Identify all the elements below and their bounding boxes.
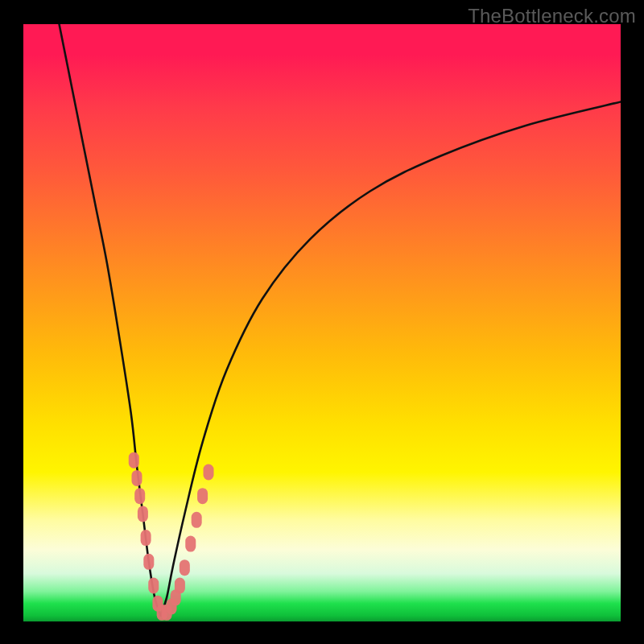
marker-point xyxy=(143,554,154,570)
svg-rect-1 xyxy=(131,470,142,486)
marker-point xyxy=(197,488,208,504)
marker-point xyxy=(185,536,196,552)
marker-point xyxy=(192,512,202,528)
marker-point xyxy=(180,559,190,576)
svg-rect-17 xyxy=(204,464,214,481)
marker-point xyxy=(138,506,148,522)
svg-rect-12 xyxy=(175,577,185,593)
chart-svg xyxy=(23,24,621,621)
curves-layer xyxy=(60,24,621,616)
svg-rect-3 xyxy=(138,506,148,522)
svg-rect-14 xyxy=(185,536,196,552)
svg-rect-16 xyxy=(197,488,208,504)
marker-point xyxy=(204,464,214,481)
svg-rect-6 xyxy=(148,577,159,593)
marker-point xyxy=(129,452,139,469)
svg-rect-0 xyxy=(129,452,139,469)
curve-left-branch xyxy=(60,24,161,616)
chart-frame xyxy=(23,24,621,621)
svg-rect-15 xyxy=(192,512,202,528)
marker-point xyxy=(141,530,151,546)
svg-rect-2 xyxy=(134,488,145,504)
markers-layer xyxy=(129,452,214,621)
svg-rect-5 xyxy=(143,554,154,570)
marker-point xyxy=(148,577,159,593)
svg-rect-4 xyxy=(141,530,151,546)
svg-rect-13 xyxy=(180,559,190,576)
marker-point xyxy=(134,488,145,504)
marker-point xyxy=(131,470,142,486)
marker-point xyxy=(175,577,185,593)
curve-right-branch xyxy=(161,101,621,615)
